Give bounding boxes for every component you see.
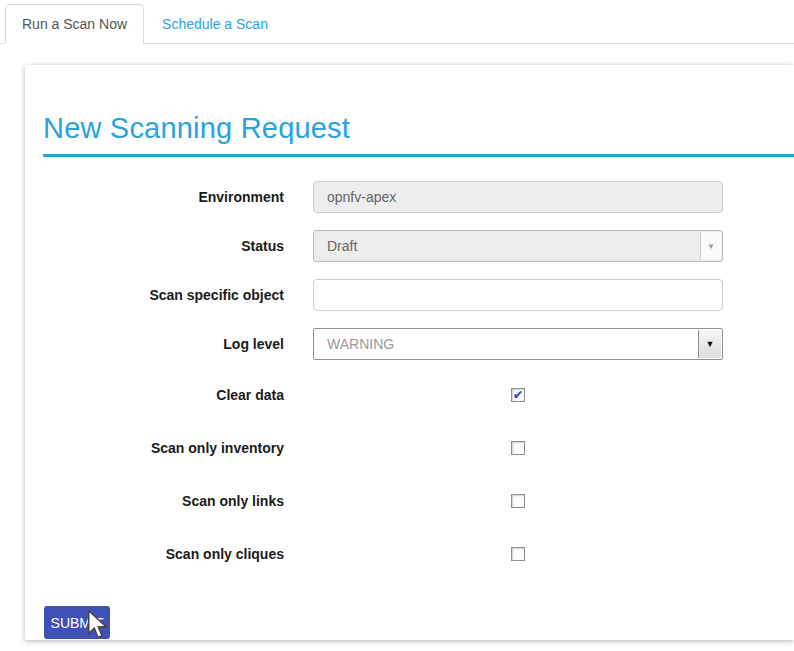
form-row-scan-specific-object: Scan specific object <box>25 279 794 311</box>
environment-input[interactable] <box>313 181 723 213</box>
status-label: Status <box>25 238 313 254</box>
page-title-underline: New Scanning Request <box>43 112 794 157</box>
submit-button[interactable]: SUBMIT <box>44 606 110 639</box>
log-level-select[interactable]: WARNING ▼ <box>313 328 723 360</box>
page-title: New Scanning Request <box>43 112 794 145</box>
clear-data-label: Clear data <box>25 387 313 403</box>
scan-only-links-checkbox[interactable] <box>511 494 525 508</box>
scan-request-form: Environment Status Draft ▼ Scan specific… <box>25 181 794 639</box>
form-row-scan-only-cliques: Scan only cliques <box>25 536 794 572</box>
scan-only-cliques-checkbox[interactable] <box>511 547 525 561</box>
scan-only-inventory-label: Scan only inventory <box>25 440 313 456</box>
scan-only-links-label: Scan only links <box>25 493 313 509</box>
tab-run-a-scan-now-label: Run a Scan Now <box>22 16 127 32</box>
scan-request-card: New Scanning Request Environment Status … <box>25 65 794 640</box>
log-level-label: Log level <box>25 336 313 352</box>
scan-only-cliques-label: Scan only cliques <box>25 546 313 562</box>
status-select[interactable]: Draft ▼ <box>313 230 723 262</box>
tab-bar: Run a Scan Now Schedule a Scan <box>0 4 794 44</box>
environment-label: Environment <box>25 189 313 205</box>
chevron-down-icon: ▼ <box>698 330 721 358</box>
scan-only-inventory-checkbox[interactable] <box>511 441 525 455</box>
status-select-value: Draft <box>327 238 357 254</box>
form-row-scan-only-inventory: Scan only inventory <box>25 430 794 466</box>
tab-schedule-a-scan-label: Schedule a Scan <box>162 16 268 32</box>
tab-schedule-a-scan[interactable]: Schedule a Scan <box>146 4 284 43</box>
scan-specific-object-label: Scan specific object <box>25 287 313 303</box>
form-row-scan-only-links: Scan only links <box>25 483 794 519</box>
form-row-log-level: Log level WARNING ▼ <box>25 328 794 360</box>
form-row-clear-data: Clear data ✔ <box>25 377 794 413</box>
tab-run-a-scan-now[interactable]: Run a Scan Now <box>5 4 144 44</box>
clear-data-checkbox[interactable]: ✔ <box>511 388 525 402</box>
log-level-select-value: WARNING <box>327 336 394 352</box>
form-row-status: Status Draft ▼ <box>25 230 794 262</box>
chevron-down-icon: ▼ <box>700 232 721 260</box>
checkbox-check-icon: ✔ <box>513 389 523 401</box>
form-row-environment: Environment <box>25 181 794 213</box>
scan-specific-object-input[interactable] <box>313 279 723 311</box>
